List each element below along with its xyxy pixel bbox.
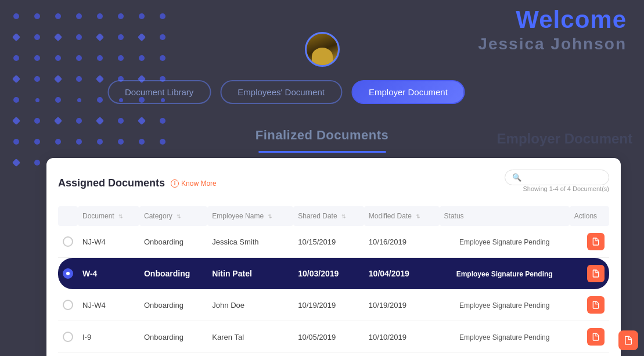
col-shared-label: Shared Date: [298, 212, 337, 220]
row-actions-cell: [570, 289, 609, 321]
row-status: Employee Signature Pending: [440, 289, 570, 321]
row-modified-date: 10/19/2019: [364, 289, 440, 321]
tab-document-library[interactable]: Document Library: [107, 80, 211, 104]
avatar-container: [305, 32, 340, 67]
row-action-button[interactable]: [587, 328, 605, 346]
search-and-count: 🔍 Showing 1-4 of 4 Document(s): [505, 170, 609, 197]
user-name: Jessica Johnson: [478, 35, 627, 53]
row-modified-date: 10/10/2019: [364, 321, 440, 353]
avatar[interactable]: [305, 32, 340, 67]
sort-category-icon: ⇅: [177, 214, 181, 220]
row-modified-date: 10/16/2019: [364, 226, 440, 258]
row-actions-cell: [570, 258, 609, 290]
documents-table: Document ⇅ Category ⇅ Employee Name ⇅ Sh…: [58, 206, 609, 353]
row-modified-date: 10/04/2019: [364, 258, 440, 290]
row-action-button[interactable]: [587, 296, 605, 314]
row-radio-cell[interactable]: [58, 226, 78, 258]
row-actions-cell: [570, 321, 609, 353]
row-radio-cell[interactable]: [58, 258, 78, 290]
card-title: Assigned Documents: [58, 177, 165, 189]
col-status-label: Status: [444, 212, 464, 220]
welcome-title: Welcome: [516, 6, 627, 34]
know-more-button[interactable]: i Know More: [171, 179, 217, 188]
row-action-button[interactable]: [587, 265, 605, 282]
assigned-documents-card: Assigned Documents i Know More 🔍 Showing…: [46, 158, 621, 356]
row-radio[interactable]: [63, 236, 73, 247]
row-category: Onboarding: [139, 321, 207, 353]
col-document[interactable]: Document ⇅: [78, 206, 139, 226]
know-more-label: Know More: [181, 179, 217, 188]
row-employee-name: Nitin Patel: [207, 258, 293, 290]
row-status: Employee Signature Pending: [440, 258, 570, 290]
ghost-employer-text: Employer Document: [497, 131, 632, 147]
row-status: Employee Signature Pending: [440, 321, 570, 353]
row-shared-date: 10/15/2019: [293, 226, 364, 258]
sort-employee-icon: ⇅: [268, 214, 272, 220]
sort-document-icon: ⇅: [118, 214, 123, 220]
col-employee[interactable]: Employee Name ⇅: [207, 206, 293, 226]
row-shared-date: 10/19/2019: [293, 289, 364, 321]
finalized-underline: [258, 151, 386, 153]
showing-count: Showing 1-4 of 4 Document(s): [505, 185, 609, 192]
table-row[interactable]: NJ-W4 Onboarding John Doe 10/19/2019 10/…: [58, 289, 609, 321]
row-radio-cell[interactable]: [58, 321, 78, 353]
tab-employer-document[interactable]: Employer Document: [351, 80, 465, 104]
card-header-left: Assigned Documents i Know More: [58, 177, 217, 189]
row-document: I-9: [78, 321, 139, 353]
table-row[interactable]: NJ-W4 Onboarding Jessica Smith 10/15/201…: [58, 226, 609, 258]
sort-shared-icon: ⇅: [341, 214, 346, 220]
col-category-label: Category: [144, 212, 172, 220]
bottom-right-action-button[interactable]: [618, 330, 638, 350]
row-employee-name: Jessica Smith: [207, 226, 293, 258]
row-category: Onboarding: [139, 258, 207, 290]
tab-employees-document[interactable]: Employees' Document: [220, 80, 342, 104]
col-select: [58, 206, 78, 226]
row-document: W-4: [78, 258, 139, 290]
row-status: Employee Signature Pending: [440, 226, 570, 258]
row-radio[interactable]: [63, 332, 73, 342]
table-row[interactable]: W-4 Onboarding Nitin Patel 10/03/2019 10…: [58, 258, 609, 290]
row-radio-cell[interactable]: [58, 289, 78, 321]
row-employee-name: Karen Tal: [207, 321, 293, 353]
row-employee-name: John Doe: [207, 289, 293, 321]
row-document: NJ-W4: [78, 226, 139, 258]
row-status-text: Employee Signature Pending: [459, 301, 549, 310]
avatar-image: [307, 34, 338, 65]
card-header: Assigned Documents i Know More 🔍 Showing…: [58, 170, 609, 197]
row-radio[interactable]: [63, 300, 73, 310]
col-actions-label: Actions: [574, 212, 597, 220]
col-document-label: Document: [82, 212, 114, 220]
nav-tabs: Document Library Employees' Document Emp…: [107, 80, 465, 104]
info-icon: i: [171, 179, 179, 188]
col-employee-label: Employee Name: [212, 212, 264, 220]
row-document: NJ-W4: [78, 289, 139, 321]
col-modified-label: Modified Date: [369, 212, 412, 220]
row-actions-cell: [570, 226, 609, 258]
row-category: Onboarding: [139, 226, 207, 258]
search-icon: 🔍: [512, 173, 521, 182]
col-category[interactable]: Category ⇅: [139, 206, 207, 226]
row-status-text: Employee Signature Pending: [459, 238, 549, 246]
document-icon: [623, 335, 634, 346]
row-status-text: Employee Signature Pending: [456, 270, 553, 278]
row-category: Onboarding: [139, 289, 207, 321]
row-shared-date: 10/05/2019: [293, 321, 364, 353]
col-modified[interactable]: Modified Date ⇅: [364, 206, 440, 226]
col-shared[interactable]: Shared Date ⇅: [293, 206, 364, 226]
row-shared-date: 10/03/2019: [293, 258, 364, 290]
row-status-text: Employee Signature Pending: [459, 333, 549, 341]
col-status: Status: [440, 206, 570, 226]
col-actions: Actions: [570, 206, 609, 226]
table-header-row: Document ⇅ Category ⇅ Employee Name ⇅ Sh…: [58, 206, 609, 226]
finalized-heading: Finalized Documents: [256, 128, 389, 143]
row-radio[interactable]: [63, 268, 73, 279]
search-box[interactable]: 🔍: [505, 170, 609, 185]
sort-modified-icon: ⇅: [416, 214, 420, 220]
search-input[interactable]: [525, 174, 606, 182]
row-action-button[interactable]: [587, 233, 605, 250]
table-row[interactable]: I-9 Onboarding Karen Tal 10/05/2019 10/1…: [58, 321, 609, 353]
